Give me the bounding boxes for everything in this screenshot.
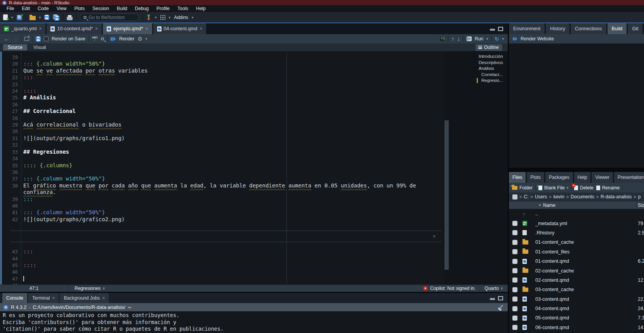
file-checkbox[interactable] bbox=[512, 316, 517, 321]
code-editor-area[interactable]: 1920::: {.column width="50%"}21Que se ve… bbox=[0, 52, 508, 284]
file-checkbox[interactable] bbox=[512, 249, 517, 254]
file-checkbox[interactable] bbox=[512, 278, 517, 283]
rename-button[interactable]: Rename bbox=[596, 185, 620, 191]
workspace-panes-button[interactable] bbox=[160, 15, 165, 20]
sort-ascending-icon[interactable]: ▲ bbox=[538, 203, 542, 206]
menu-tools[interactable]: Tools bbox=[174, 5, 192, 12]
code-scroll-area[interactable]: 1920::: {.column width="50%"}21Que se ve… bbox=[0, 52, 444, 284]
outline-item[interactable]: Análisis bbox=[450, 66, 508, 72]
file-row[interactable]: .Rhistory2.5 bbox=[509, 228, 644, 238]
addins-button[interactable]: Addins bbox=[174, 15, 188, 20]
console-tab-background-jobs[interactable]: Background Jobs bbox=[60, 293, 109, 303]
close-icon[interactable] bbox=[102, 295, 105, 301]
tab-source[interactable]: Source bbox=[3, 44, 27, 50]
file-name[interactable]: .Rhistory bbox=[535, 230, 554, 236]
file-name[interactable]: 02-content_cache bbox=[535, 268, 574, 274]
column-header-name[interactable]: Name bbox=[543, 203, 555, 208]
file-row[interactable]: 03-content_cache bbox=[509, 285, 644, 294]
menu-help[interactable]: Help bbox=[193, 5, 209, 12]
editor-scrollbar-thumb[interactable] bbox=[444, 120, 449, 270]
file-checkbox[interactable] bbox=[512, 259, 517, 264]
tab-connections[interactable]: Connections bbox=[571, 23, 606, 34]
file-row[interactable]: 04-content.qmd24. bbox=[509, 304, 644, 313]
open-in-new-window-icon[interactable] bbox=[24, 37, 29, 41]
outline-item[interactable]: Descriptivos bbox=[450, 60, 508, 66]
document-mode-selector[interactable]: Quarto bbox=[479, 285, 508, 292]
file-checkbox[interactable] bbox=[512, 230, 517, 235]
close-icon[interactable] bbox=[146, 26, 148, 31]
breadcrumb-segment[interactable]: p bbox=[638, 194, 641, 199]
menu-edit[interactable]: Edit bbox=[18, 5, 33, 12]
print-button[interactable] bbox=[67, 15, 73, 20]
forward-arrow-icon[interactable] bbox=[12, 36, 18, 42]
console-tab-terminal[interactable]: Terminal bbox=[28, 293, 59, 303]
file-row[interactable]: 01-content_files bbox=[509, 247, 644, 257]
editor-tab-ejemplo.qmd[interactable]: ejemplo.qmd* bbox=[103, 23, 152, 34]
file-row[interactable]: 02-content_cache bbox=[509, 266, 644, 275]
rerun-icon[interactable] bbox=[495, 36, 499, 42]
menu-file[interactable]: File bbox=[3, 5, 17, 12]
section-navigator[interactable]: Regresiones bbox=[68, 285, 105, 292]
file-row[interactable]: .. bbox=[509, 209, 644, 219]
file-name[interactable]: 06-content.qmd bbox=[535, 325, 569, 330]
menu-build[interactable]: Build bbox=[113, 5, 131, 12]
column-header-size[interactable]: Siz bbox=[638, 203, 644, 208]
insert-chunk-icon[interactable] bbox=[439, 36, 445, 42]
panes-dropdown-caret[interactable] bbox=[169, 16, 171, 19]
breadcrumb-segment[interactable]: Documents bbox=[571, 194, 594, 199]
save-button[interactable] bbox=[44, 15, 49, 20]
run-button[interactable]: Run bbox=[475, 36, 483, 42]
tab-files[interactable]: Files bbox=[509, 172, 526, 183]
outline-item[interactable]: Introducción bbox=[450, 54, 508, 60]
menu-plots[interactable]: Plots bbox=[71, 5, 89, 12]
file-row[interactable]: 03-content.qmd22. bbox=[509, 295, 644, 304]
spellcheck-icon[interactable]: ABC✓ bbox=[92, 36, 98, 42]
file-row[interactable]: _metadata.yml79 bbox=[509, 219, 644, 228]
breadcrumb-root-icon[interactable] bbox=[512, 194, 517, 199]
tab-visual[interactable]: Visual bbox=[29, 44, 50, 50]
file-name[interactable]: 01-content.qmd bbox=[535, 258, 569, 264]
tab-presentation[interactable]: Presentation bbox=[614, 172, 644, 183]
file-checkbox[interactable] bbox=[512, 306, 517, 311]
tab-plots[interactable]: Plots bbox=[527, 172, 544, 183]
file-row[interactable]: 05-content.qmd7.3 bbox=[509, 313, 644, 323]
menu-code[interactable]: Code bbox=[34, 5, 52, 12]
collapse-chevron-icon[interactable] bbox=[433, 233, 436, 239]
tab-build[interactable]: Build bbox=[608, 23, 627, 34]
save-document-icon[interactable] bbox=[36, 36, 41, 42]
close-icon[interactable] bbox=[200, 26, 202, 31]
editor-tab-04-content.qmd[interactable]: 04-content.qmd bbox=[153, 23, 207, 34]
goto-directory-icon[interactable] bbox=[128, 305, 132, 310]
menu-session[interactable]: Session bbox=[89, 5, 113, 12]
tab-help[interactable]: Help bbox=[574, 172, 591, 183]
tab-viewer[interactable]: Viewer bbox=[592, 172, 613, 183]
file-checkbox[interactable] bbox=[512, 297, 517, 302]
new-file-button[interactable] bbox=[3, 14, 8, 20]
previous-section-icon[interactable] bbox=[451, 36, 454, 42]
file-checkbox[interactable] bbox=[512, 240, 517, 245]
file-name[interactable]: _metadata.yml bbox=[535, 221, 567, 226]
file-row[interactable]: 06-content.qmd14 bbox=[509, 323, 644, 332]
file-name[interactable]: 03-content_cache bbox=[535, 287, 574, 292]
menu-profile[interactable]: Profile bbox=[153, 5, 173, 12]
new-folder-button[interactable]: Folder bbox=[512, 185, 533, 191]
version-control-dropdown-caret[interactable] bbox=[155, 16, 157, 19]
open-file-button[interactable] bbox=[30, 15, 36, 20]
editor-scrollbar[interactable] bbox=[444, 52, 450, 284]
tab-history[interactable]: History bbox=[546, 23, 569, 34]
close-icon[interactable] bbox=[52, 295, 55, 301]
close-icon[interactable] bbox=[95, 26, 98, 31]
version-control-button[interactable] bbox=[146, 14, 151, 20]
clear-console-icon[interactable] bbox=[498, 305, 503, 310]
console-tab-console[interactable]: Console bbox=[2, 293, 27, 303]
file-name[interactable]: .. bbox=[535, 211, 538, 217]
save-all-button[interactable] bbox=[53, 14, 59, 20]
breadcrumb-segment[interactable]: kevin bbox=[554, 194, 564, 199]
copilot-status[interactable]: × Copilot: Not signed in. bbox=[419, 285, 479, 292]
file-name[interactable]: 05-content.qmd bbox=[535, 315, 569, 321]
file-checkbox[interactable] bbox=[512, 325, 517, 330]
file-checkbox[interactable] bbox=[512, 287, 517, 292]
file-name[interactable]: 04-content.qmd bbox=[535, 306, 569, 311]
minimize-pane-icon[interactable] bbox=[490, 29, 495, 31]
addins-dropdown-caret[interactable] bbox=[192, 16, 194, 19]
